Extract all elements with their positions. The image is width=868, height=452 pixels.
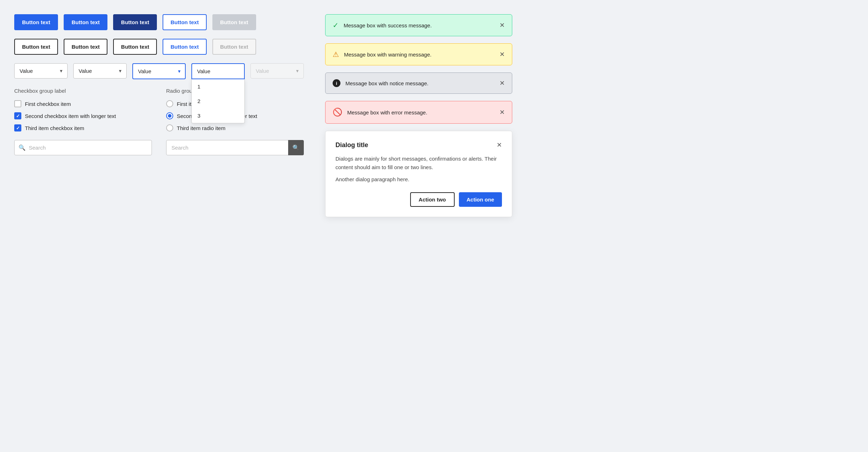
dropdown-select-1[interactable]: Value [14,63,68,79]
dropdown-option-2[interactable]: 2 [192,94,244,108]
success-message-text: Message box with success message. [344,22,494,28]
button-outline-2[interactable]: Button text [64,39,107,55]
success-icon: ✓ [333,21,339,29]
notice-close-button[interactable]: ✕ [499,80,505,86]
checkbox-1[interactable] [14,100,21,107]
dialog-body-text-2: Another dialog paragraph here. [335,175,502,184]
dialog-title: Dialog title [335,141,368,149]
dropdown-2[interactable]: Value ▼ [73,63,127,79]
message-error: 🚫 Message box with error message. ✕ [325,101,512,124]
radio-item-3[interactable]: Third item radio item [166,124,304,131]
button-outline-blue[interactable]: Button text [163,39,206,55]
search-right-wrapper: 🔍 [166,140,304,155]
dialog-box: Dialog title ✕ Dialogs are mainly for sh… [325,131,512,217]
message-notice: i Message box with notice message. ✕ [325,72,512,94]
message-success: ✓ Message box with success message. ✕ [325,14,512,36]
checkbox-group: Checkbox group label First checkbox item… [14,88,152,131]
warning-message-text: Message box with warning message. [344,52,494,58]
button-primary-2[interactable]: Button text [64,14,107,30]
button-outline-1[interactable]: Button text [14,39,58,55]
radio-3[interactable] [166,124,173,131]
button-primary-outline[interactable]: Button text [163,14,206,30]
button-outline-3[interactable]: Button text [113,39,157,55]
dialog-header: Dialog title ✕ [335,141,502,149]
dialog-body: Dialogs are mainly for short messages, c… [335,155,502,184]
radio-dot [168,114,171,118]
dropdown-row: Value ▼ Value ▼ Value ▼ [14,63,304,79]
warning-icon: ⚠ [333,50,339,59]
dropdown-open[interactable]: ▼ 1 2 3 [191,63,245,79]
radio-label-3: Third item radio item [177,125,226,131]
dropdown-select-3[interactable]: Value [132,63,186,79]
checkbox-label-3: Third item checkbox item [25,125,84,131]
error-close-button[interactable]: ✕ [499,109,505,115]
checkbox-2[interactable]: ✓ [14,112,21,119]
dropdown-disabled: Value ▼ [250,63,304,79]
search-row: 🔍 🔍 [14,140,304,155]
dialog-action-secondary[interactable]: Action two [410,192,455,207]
checkbox-label-1: First checkbox item [25,101,71,107]
dialog-action-primary[interactable]: Action one [459,192,502,207]
checkbox-item-3[interactable]: ✓ Third item checkbox item [14,124,152,131]
check-icon: ✓ [16,125,20,131]
success-close-button[interactable]: ✕ [499,22,505,28]
dropdown-menu: 1 2 3 [191,79,245,123]
error-icon: 🚫 [333,108,342,117]
radio-2[interactable] [166,112,173,119]
search-icon: 🔍 [18,144,26,151]
notice-message-text: Message box with notice message. [345,80,494,86]
search-left-wrapper: 🔍 [14,140,152,155]
button-disabled-primary: Button text [212,14,256,30]
checkbox-group-label: Checkbox group label [14,88,152,94]
checkbox-item-2[interactable]: ✓ Second checkbox item with longer text [14,112,152,119]
dropdown-trigger[interactable] [191,63,245,79]
search-input-left[interactable] [14,140,152,155]
dropdown-option-1[interactable]: 1 [192,79,244,94]
radio-1[interactable] [166,100,173,107]
notice-icon: i [333,79,340,87]
check-icon: ✓ [16,113,20,119]
button-primary-1[interactable]: Button text [14,14,58,30]
search-input-right[interactable] [166,140,304,155]
warning-close-button[interactable]: ✕ [499,51,505,58]
dropdown-3[interactable]: Value ▼ [132,63,186,79]
dropdown-select-2[interactable]: Value [73,63,127,79]
dropdown-select-disabled: Value [250,63,304,79]
search-icon-right: 🔍 [292,144,300,151]
dropdown-option-3[interactable]: 3 [192,108,244,123]
button-row-outline: Button text Button text Button text Butt… [14,39,304,55]
dialog-close-button[interactable]: ✕ [497,141,502,149]
dialog-body-text-1: Dialogs are mainly for short messages, c… [335,155,502,172]
error-message-text: Message box with error message. [347,109,494,115]
message-warning: ⚠ Message box with warning message. ✕ [325,43,512,65]
search-button-right[interactable]: 🔍 [288,140,304,155]
button-primary-dark[interactable]: Button text [113,14,157,30]
checkbox-label-2: Second checkbox item with longer text [25,113,116,119]
button-row-primary: Button text Button text Button text Butt… [14,14,304,30]
dialog-actions: Action two Action one [335,192,502,207]
dropdown-1[interactable]: Value ▼ [14,63,68,79]
checkbox-item-1[interactable]: First checkbox item [14,100,152,107]
checkbox-3[interactable]: ✓ [14,124,21,131]
form-groups-row: Checkbox group label First checkbox item… [14,88,304,131]
button-disabled-outline: Button text [212,39,256,55]
